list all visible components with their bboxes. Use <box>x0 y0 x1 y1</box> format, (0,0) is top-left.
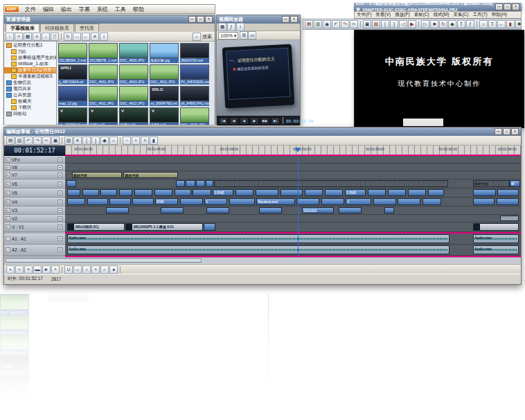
timeline-clip[interactable] <box>214 180 448 187</box>
playhead-marker[interactable] <box>295 148 301 155</box>
minimize-button[interactable]: — <box>495 3 503 10</box>
track-lane-V4[interactable]: DVE1Student.msf1 <box>65 198 521 207</box>
next-frame-icon[interactable]: ▷ <box>421 20 429 28</box>
timeline-clip[interactable] <box>473 223 519 231</box>
timeline-ruler[interactable]: 00:01:40:0000:01:44:0000:01:48:0000:01:5… <box>65 146 521 156</box>
track-header-V8[interactable]: ▸V8▾ <box>4 164 65 171</box>
timeline-clip[interactable]: 1 DVE <box>213 189 233 196</box>
paste-icon[interactable]: ▧ <box>64 137 73 145</box>
thumbnail-item-5[interactable]: XPRJtj_48F339A4.etl <box>58 64 87 85</box>
tree-item-8[interactable]: 公共资源 <box>4 92 56 98</box>
fit-icon[interactable]: ⊞ <box>240 31 248 40</box>
timeline-clip[interactable]: Audio.wav <box>67 245 450 254</box>
program-menu-item-3[interactable]: 素材(C) <box>412 12 431 18</box>
timeline-clip[interactable] <box>204 223 215 231</box>
thumbnail-item-17[interactable]: V讲课2.m2t <box>119 107 148 125</box>
overwrite-icon[interactable]: ▬ <box>33 265 42 274</box>
thumbnail-item-13[interactable]: XDLGxd_5699F7ED.etl <box>150 86 179 106</box>
sort-icon[interactable]: ↓ <box>42 33 50 41</box>
program-window-titlebar[interactable]: EDIT - E:\项目\证明责任分配\0711713461GRAPHICS\1… <box>354 3 522 11</box>
timeline-clip[interactable] <box>180 198 203 205</box>
track-header-VFx[interactable]: ▸VFx▾ <box>4 156 65 164</box>
search-button[interactable]: ⌕搜索 <box>193 33 213 41</box>
track-header-V3[interactable]: ▸V3▾ <box>4 207 65 215</box>
tree-item-3[interactable]: xinlisue_1-副本 <box>4 61 56 67</box>
timeline-clip[interactable] <box>373 198 396 205</box>
timeline-clip[interactable] <box>67 198 85 205</box>
track-lane-V2[interactable] <box>65 215 521 222</box>
thumbnail-item-15[interactable]: Vab_48F559A6.msf <box>58 107 87 125</box>
thumbnail-item-16[interactable]: V讲课1.m2t <box>89 107 118 125</box>
insert-icon[interactable]: » <box>24 265 33 274</box>
timeline-clip[interactable] <box>175 189 191 196</box>
cut-icon[interactable]: ✂ <box>350 20 358 28</box>
settings-icon[interactable]: ✱ <box>515 20 522 28</box>
track-header-A1A1[interactable]: ♪A1 : A1▾ <box>4 234 65 245</box>
timeline-clip[interactable] <box>206 207 229 213</box>
next-icon[interactable]: ▶| <box>271 117 280 125</box>
program-menu-item-7[interactable]: 帮助(H) <box>490 12 509 18</box>
main-menu-item-6[interactable]: 帮助 <box>130 6 148 12</box>
mark-in-icon[interactable]: [ <box>381 20 389 28</box>
track-toggle-icon[interactable]: ▸ <box>6 191 10 195</box>
prev-icon[interactable]: |◀ <box>219 117 228 125</box>
timeline-clip[interactable] <box>134 189 152 196</box>
track-menu-icon[interactable]: ▾ <box>57 216 62 221</box>
play-icon[interactable]: ▶ <box>250 117 259 125</box>
track-lane-VFx[interactable] <box>65 156 521 164</box>
timeline-clip[interactable] <box>305 189 323 196</box>
cut-icon[interactable]: ✂ <box>42 137 51 145</box>
timeline-clip[interactable]: Audio.wav <box>67 234 450 243</box>
ripple-icon[interactable]: ≈ <box>15 265 24 274</box>
timeline-clip[interactable] <box>100 189 117 196</box>
track-lane-VV1[interactable]: 98b10倒(B.5C)9B(1000)P5 1:1 播放 0.01 <box>65 222 521 232</box>
timeline-clip[interactable] <box>206 180 213 187</box>
tree-item-7[interactable]: 项目共享 <box>4 86 56 92</box>
timeline-clip[interactable] <box>196 180 205 187</box>
timeline-clip[interactable] <box>500 216 518 221</box>
safe-area-icon[interactable]: ▭ <box>248 31 256 40</box>
mark-in-icon[interactable]: [ <box>82 137 91 145</box>
track-menu-icon[interactable]: ▾ <box>57 200 62 204</box>
timeline-clip[interactable]: 9B(1000)P5 1:1 播放 0.01 <box>125 223 203 231</box>
thumbnail-item-6[interactable]: DSC_4661.JPG <box>89 64 118 85</box>
loop-icon[interactable]: ↻ <box>439 20 447 28</box>
program-menu-item-2[interactable]: 播放(P) <box>393 12 412 18</box>
program-menu-item-4[interactable]: 模式(M) <box>431 12 452 18</box>
render-icon[interactable]: ▮ <box>150 137 158 145</box>
timeline-clip[interactable] <box>154 189 172 196</box>
save-icon[interactable]: ▥ <box>15 137 24 145</box>
timeline-clip[interactable] <box>281 189 303 196</box>
tab-2[interactable]: 查找库 <box>75 24 99 32</box>
main-menu-item-1[interactable]: 编辑 <box>39 6 57 12</box>
hand-icon[interactable]: + <box>51 265 60 274</box>
timeline-clip[interactable]: Student.msf <box>256 198 294 205</box>
play-icon[interactable]: ▶ <box>408 20 416 28</box>
timeline-clip[interactable]: 98b10倒(B.5C) <box>67 223 125 231</box>
thumbnail-item-7[interactable]: DSC_4663.JPG <box>119 64 148 85</box>
timeline-clip[interactable] <box>161 207 184 213</box>
capture-icon[interactable]: ◉ <box>323 20 331 28</box>
mark-out-icon[interactable]: ] <box>91 137 100 145</box>
timeline-clip[interactable]: 2121221 <box>302 207 334 213</box>
main-menu-item-4[interactable]: 系统 <box>94 6 112 12</box>
timeline-clip[interactable] <box>428 189 445 196</box>
track-lane-V8[interactable] <box>65 164 521 171</box>
timeline-clip[interactable]: 素材片段 <box>473 180 510 187</box>
effects-icon[interactable]: ƒ <box>466 20 474 28</box>
track-menu-icon[interactable]: ▾ <box>57 173 62 177</box>
open-icon[interactable]: ▤ <box>305 20 313 28</box>
effect-tab-icon[interactable]: ƒ <box>227 23 235 31</box>
minimize-button[interactable]: — <box>188 16 196 23</box>
view-thumb-icon[interactable]: ▦ <box>24 33 32 41</box>
timeline-clip[interactable] <box>67 189 81 196</box>
thumbnail-item-8[interactable]: DSC_4921.JPG <box>150 64 179 85</box>
timeline-clip[interactable] <box>408 189 426 196</box>
track-header-V7[interactable]: ▸V7▾ <box>4 171 65 180</box>
track-menu-icon[interactable]: ▾ <box>57 208 62 213</box>
folder-up-icon[interactable]: ↑ <box>6 33 14 41</box>
timeline-clip[interactable]: 1 <box>346 198 371 205</box>
minimize-button[interactable]: — <box>282 16 290 23</box>
paste-icon[interactable]: ▧ <box>372 20 380 28</box>
timeline-clip[interactable] <box>193 189 211 196</box>
